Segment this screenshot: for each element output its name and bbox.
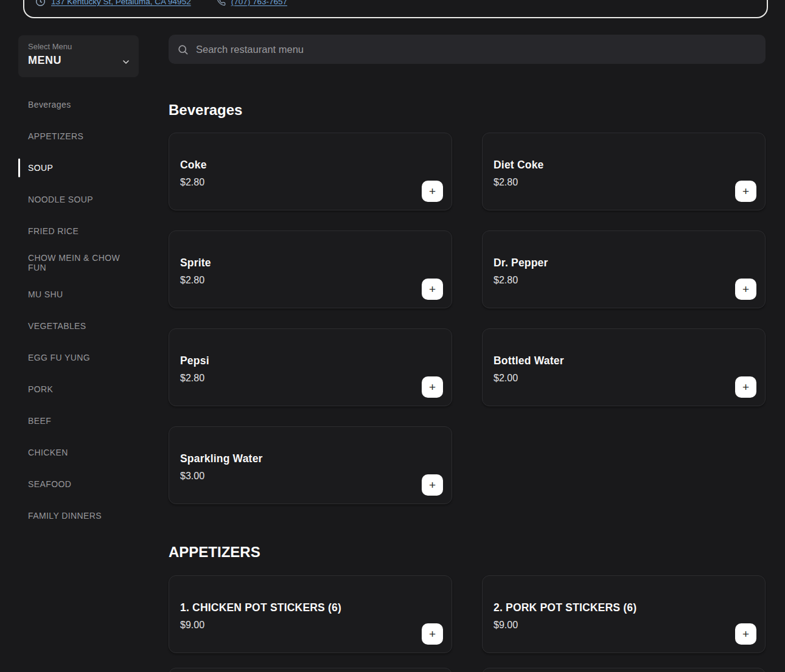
- add-to-cart-button[interactable]: +: [735, 181, 756, 202]
- clock-icon: [35, 0, 46, 7]
- item-price: $2.80: [180, 373, 415, 384]
- sidebar-item-fried-rice[interactable]: FRIED RICE: [18, 215, 139, 247]
- menu-select-value: MENU: [28, 54, 130, 67]
- menu-select-label: Select Menu: [28, 42, 130, 51]
- menu-item-card[interactable]: Pepsi $2.80 +: [169, 328, 452, 406]
- sidebar-item-beverages[interactable]: Beverages: [18, 89, 139, 120]
- sidebar-item-noodle-soup[interactable]: NOODLE SOUP: [18, 184, 139, 215]
- item-name: Diet Coke: [494, 159, 728, 171]
- menu-item-card[interactable]: Sprite $2.80 +: [169, 230, 452, 308]
- sidebar-item-vegetables[interactable]: VEGETABLES: [18, 310, 139, 342]
- search-icon: [177, 44, 189, 55]
- item-name: Sprite: [180, 257, 415, 269]
- sidebar-item-egg-fu-yung[interactable]: EGG FU YUNG: [18, 342, 139, 373]
- search-input[interactable]: [196, 44, 766, 55]
- category-nav: Beverages APPETIZERS SOUP NOODLE SOUP FR…: [18, 89, 139, 532]
- search-bar: [169, 35, 766, 64]
- add-to-cart-button[interactable]: +: [735, 279, 756, 300]
- item-name: Dr. Pepper: [494, 257, 728, 269]
- item-price: $9.00: [180, 620, 415, 631]
- sidebar-item-beef[interactable]: BEEF: [18, 405, 139, 437]
- menu-main: Beverages Coke $2.80 + Diet Coke $2.80 +…: [169, 0, 766, 672]
- item-price: $2.00: [494, 373, 728, 384]
- sidebar-item-family-dinners[interactable]: FAMILY DINNERS: [18, 500, 139, 532]
- section-title-beverages: Beverages: [169, 102, 766, 117]
- beverages-grid: Coke $2.80 + Diet Coke $2.80 + Sprite $2…: [169, 133, 766, 504]
- sidebar-item-pork[interactable]: PORK: [18, 373, 139, 405]
- menu-item-card[interactable]: 1. CHICKEN POT STICKERS (6) $9.00 +: [169, 575, 452, 653]
- item-price: $2.80: [494, 275, 728, 286]
- item-price: $9.00: [494, 620, 728, 631]
- add-to-cart-button[interactable]: +: [422, 623, 443, 645]
- item-name: 2. PORK POT STICKERS (6): [494, 601, 728, 614]
- menu-item-card[interactable]: [482, 668, 766, 672]
- add-to-cart-button[interactable]: +: [422, 376, 443, 398]
- chevron-down-icon: [121, 57, 131, 67]
- sidebar-item-soup[interactable]: SOUP: [18, 152, 139, 184]
- address-group: 137 Kentucky St, Petaluma, CA 94952: [35, 0, 191, 7]
- menu-item-card[interactable]: [169, 668, 452, 672]
- menu-select[interactable]: Select Menu MENU: [18, 35, 139, 77]
- sidebar-item-seafood[interactable]: SEAFOOD: [18, 468, 139, 500]
- sidebar: Select Menu MENU Beverages APPETIZERS SO…: [18, 35, 139, 532]
- menu-item-card[interactable]: Dr. Pepper $2.80 +: [482, 230, 766, 308]
- menu-item-card[interactable]: 2. PORK POT STICKERS (6) $9.00 +: [482, 575, 766, 653]
- item-name: Bottled Water: [494, 355, 728, 367]
- appetizers-grid: 1. CHICKEN POT STICKERS (6) $9.00 + 2. P…: [169, 575, 766, 672]
- sidebar-item-mu-shu[interactable]: MU SHU: [18, 279, 139, 310]
- add-to-cart-button[interactable]: +: [422, 474, 443, 496]
- add-to-cart-button[interactable]: +: [422, 181, 443, 202]
- menu-item-card[interactable]: Bottled Water $2.00 +: [482, 328, 766, 406]
- item-name: Sparkling Water: [180, 452, 415, 465]
- section-title-appetizers: APPETIZERS: [169, 544, 766, 559]
- item-name: Coke: [180, 159, 415, 171]
- menu-item-card[interactable]: Sparkling Water $3.00 +: [169, 426, 452, 504]
- sidebar-item-chow-mein-chow-fun[interactable]: CHOW MEIN & CHOW FUN: [18, 247, 139, 279]
- menu-item-card[interactable]: Diet Coke $2.80 +: [482, 133, 766, 210]
- item-price: $2.80: [180, 275, 415, 286]
- item-price: $2.80: [180, 177, 415, 188]
- sidebar-item-appetizers[interactable]: APPETIZERS: [18, 120, 139, 152]
- item-price: $3.00: [180, 471, 415, 482]
- menu-item-card[interactable]: Coke $2.80 +: [169, 133, 452, 210]
- item-price: $2.80: [494, 177, 728, 188]
- item-name: Pepsi: [180, 355, 415, 367]
- add-to-cart-button[interactable]: +: [735, 376, 756, 398]
- add-to-cart-button[interactable]: +: [422, 279, 443, 300]
- add-to-cart-button[interactable]: +: [735, 623, 756, 645]
- sidebar-item-chicken[interactable]: CHICKEN: [18, 437, 139, 468]
- item-name: 1. CHICKEN POT STICKERS (6): [180, 601, 415, 614]
